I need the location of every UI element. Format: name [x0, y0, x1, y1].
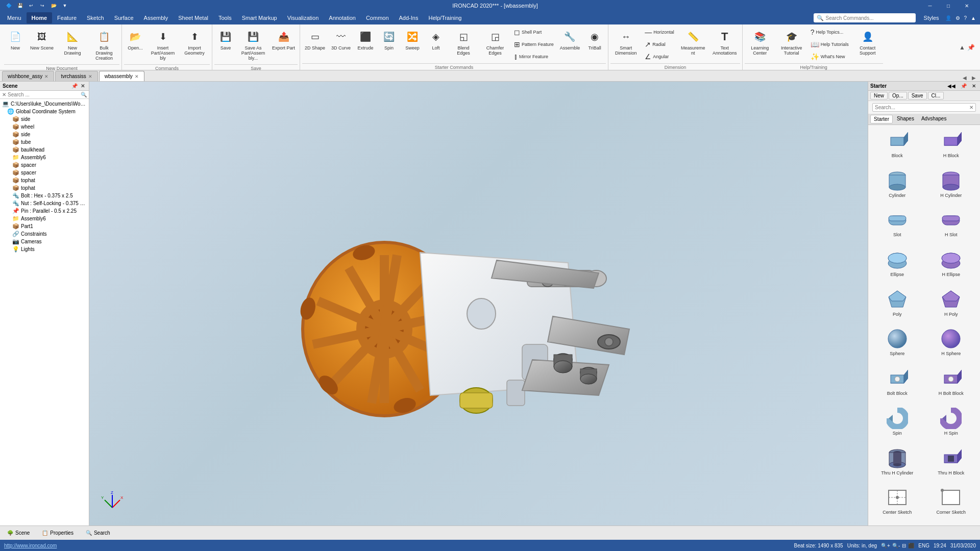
starter-item-h-sphere[interactable]: H Sphere — [925, 326, 977, 364]
sweep-btn[interactable]: 🔀 Sweep — [401, 27, 424, 53]
extrude-btn[interactable]: ⬛ Extrude — [354, 27, 377, 53]
styles-btn[interactable]: Styles — [920, 14, 943, 22]
starter-tab-advshapes[interactable]: Advshapes — [918, 115, 949, 123]
menu-item-add-ins[interactable]: Add-Ins — [394, 12, 424, 23]
starter-item-thru-h-block[interactable]: Thru H Block — [925, 445, 977, 483]
open-file-btn[interactable]: 📂 Open... — [124, 27, 146, 53]
starter-item-slot[interactable]: Slot — [871, 207, 923, 245]
tree-item-constraints[interactable]: 🔗 Constraints — [0, 230, 89, 238]
viewport[interactable]: X Y Z — [89, 82, 868, 525]
starter-item-bolt-block[interactable]: Bolt Block — [871, 366, 923, 404]
pattern-feature-btn[interactable]: ⊞ Pattern Feature — [511, 39, 556, 50]
starter-pin-btn[interactable]: 📌 — [959, 83, 969, 89]
redo-btn[interactable]: ↪ — [38, 1, 47, 10]
blend-edges-btn[interactable]: ◱ Blend Edges — [448, 27, 479, 58]
import-geometry-btn[interactable]: ⬆ Import Geometry — [179, 27, 210, 58]
interactive-tutorial-btn[interactable]: 🎓 Interactive Tutorial — [776, 27, 807, 58]
undo-btn[interactable]: ↩ — [27, 1, 36, 10]
new-scene-btn[interactable]: 🖼 New Scene — [28, 27, 56, 53]
export-part-btn[interactable]: 📤 Export Part — [270, 27, 298, 53]
menu-item-smart-markup[interactable]: Smart Markup — [237, 12, 282, 23]
zoom-in-icon[interactable]: 🔍+ — [881, 543, 890, 548]
assemble-btn[interactable]: 🔧 Assemble — [557, 27, 583, 53]
zoom-out-icon[interactable]: 🔍- — [892, 543, 900, 548]
tab-wishbone-assy[interactable]: wishbone_assy ✕ — [2, 71, 54, 81]
tree-item-side-1[interactable]: 📦 side — [0, 115, 89, 123]
smart-dimension-btn[interactable]: ↔ Smart Dimension — [610, 27, 641, 58]
tree-item-lights[interactable]: 💡 Lights — [0, 245, 89, 253]
starter-item-h-bolt-block[interactable]: H Bolt Block — [925, 366, 977, 404]
tree-item-tophat-1[interactable]: 📦 tophat — [0, 177, 89, 184]
loft-btn[interactable]: ◈ Loft — [425, 27, 447, 53]
learning-center-btn[interactable]: 📚 Learning Center — [745, 27, 775, 58]
open-btn[interactable]: 📂 — [49, 1, 58, 10]
bottom-tab-search[interactable]: 🔍 Search — [81, 529, 115, 537]
menu-item-surface[interactable]: Surface — [109, 12, 139, 23]
tree-item-path[interactable]: 💻 C:\Users\luke_\Documents\Work PC — [0, 100, 89, 108]
close-tab-icon[interactable]: ✕ — [88, 74, 92, 79]
tree-item-global-coord[interactable]: 🌐 Global Coordinate System — [0, 108, 89, 115]
starter-item-ellipse[interactable]: Ellipse — [871, 247, 923, 285]
menu-item-tools[interactable]: Tools — [213, 12, 237, 23]
menu-item-visualization[interactable]: Visualization — [282, 12, 324, 23]
shell-part-btn[interactable]: ◻ Shell Part — [511, 27, 556, 38]
tree-item-pin[interactable]: 📌 Pin : Parallel - 0.5 x 2.25 — [0, 207, 89, 215]
starter-item-corner-sketch[interactable]: Corner Sketch — [925, 485, 977, 522]
panel-close-btn[interactable]: ✕ — [79, 83, 86, 89]
maximize-btn[interactable]: □ — [939, 0, 958, 11]
contact-support-btn[interactable]: 👤 Contact Support — [852, 27, 883, 58]
tree-item-cameras[interactable]: 📷 Cameras — [0, 238, 89, 245]
chamfer-edges-btn[interactable]: ◲ Chamfer Edges — [480, 27, 510, 58]
view-options-icon[interactable]: ⊟ — [902, 543, 906, 548]
bottom-tab-properties[interactable]: 📋 Properties — [37, 529, 79, 537]
starter-new-btn[interactable]: New — [870, 92, 888, 99]
menu-item-annotation[interactable]: Annotation — [324, 12, 361, 23]
starter-item-spin[interactable]: Spin — [871, 406, 923, 443]
website-link[interactable]: http://www.ironcad.com — [4, 543, 57, 548]
starter-search-clear-icon[interactable]: ✕ — [969, 105, 973, 110]
menu-item-sheet-metal[interactable]: Sheet Metal — [173, 12, 213, 23]
next-tab-btn[interactable]: ▶ — [970, 74, 978, 81]
ribbon-collapse-btn[interactable]: ▲ — [958, 43, 966, 52]
close-tab-icon[interactable]: ✕ — [135, 74, 139, 79]
new-drawing-btn[interactable]: 📐 New Drawing — [57, 27, 88, 58]
bulk-drawing-btn[interactable]: 📋 Bulk Drawing Creation — [89, 27, 119, 63]
tab-tvrchassis[interactable]: tvrchassiss ✕ — [55, 71, 97, 81]
starter-save-btn[interactable]: Save — [908, 92, 927, 99]
tree-item-tophat-2[interactable]: 📦 tophat — [0, 184, 89, 192]
clear-search-icon[interactable]: ✕ — [2, 92, 6, 97]
starter-item-h-poly[interactable]: H Poly — [925, 287, 977, 324]
starter-item-poly[interactable]: Poly — [871, 287, 923, 324]
triball-btn[interactable]: ◉ TriBall — [583, 27, 606, 53]
starter-item-h-spin[interactable]: H Spin — [925, 406, 977, 443]
bottom-tab-scene[interactable]: 🌳 Scene — [2, 529, 35, 537]
menu-item-home[interactable]: Home — [27, 12, 53, 23]
display-mode-icon[interactable]: ⬛ — [908, 543, 914, 548]
2d-shape-btn[interactable]: ▭ 2D Shape — [302, 27, 328, 53]
tree-item-assembly6-2[interactable]: 📁 Assembly6 — [0, 215, 89, 222]
tree-item-spacer-1[interactable]: 📦 spacer — [0, 161, 89, 169]
starter-item-h-cylinder[interactable]: H Cylinder — [925, 168, 977, 206]
tree-item-tube[interactable]: 📦 tube — [0, 138, 89, 146]
starter-collapse-btn[interactable]: ◀◀ — [945, 83, 958, 89]
tree-item-wheel[interactable]: 📦 wheel — [0, 123, 89, 131]
search-icon[interactable]: 🔍 — [81, 92, 87, 97]
tab-wbassembly[interactable]: wbassembly ✕ — [99, 71, 144, 81]
angular-dim-btn[interactable]: ∠ Angular — [642, 51, 677, 62]
new-btn[interactable]: 📄 New — [4, 27, 27, 53]
3d-curve-btn[interactable]: 〰 3D Curve — [329, 27, 353, 53]
close-tab-icon[interactable]: ✕ — [44, 74, 48, 79]
save-as-btn[interactable]: 💾 Save As Part/Assembly... — [238, 27, 268, 63]
user-icon[interactable]: 👤 — [943, 15, 953, 21]
tree-item-bolt[interactable]: 🔩 Bolt : Hex - 0.375 x 2.5 — [0, 192, 89, 199]
minimize-btn[interactable]: ─ — [921, 0, 939, 11]
command-search-box[interactable]: 🔍 — [814, 13, 916, 22]
text-annotations-btn[interactable]: T Text Annotations — [709, 27, 740, 58]
settings-icon[interactable]: ⚙ — [953, 15, 962, 21]
starter-open-btn[interactable]: Op... — [889, 92, 907, 99]
starter-item-thru-h-cylinder[interactable]: Thru H Cylinder — [871, 445, 923, 483]
starter-item-h-slot[interactable]: H Slot — [925, 207, 977, 245]
starter-item-block[interactable]: Block — [871, 128, 923, 166]
horizontal-dim-btn[interactable]: — Horizontal — [642, 27, 677, 38]
starter-item-center-sketch[interactable]: Center Sketch — [871, 485, 923, 522]
